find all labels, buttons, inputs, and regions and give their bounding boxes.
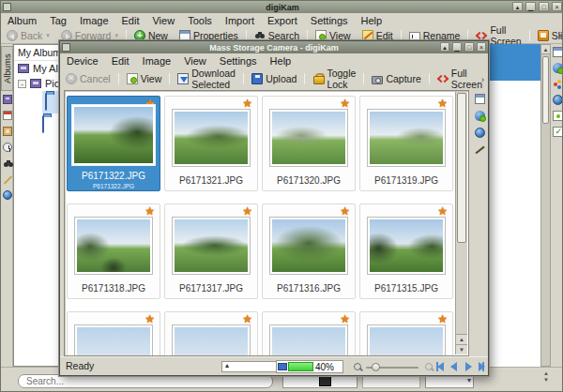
toolbar-button-full-screen[interactable]: Full Screen	[432, 70, 488, 87]
menu-item-album[interactable]: Album	[1, 13, 43, 28]
thumbnail-p6171319-jpg[interactable]: ★P6171319.JPG	[359, 96, 453, 191]
thumbnail-p6171317-jpg[interactable]: ★P6171317.JPG	[164, 204, 258, 299]
thumbnail-partial[interactable]: ★	[262, 311, 356, 356]
lighttable-icon[interactable]	[3, 174, 12, 184]
close-button[interactable]: ×	[477, 42, 486, 52]
toolbar-overflow-icon[interactable]: ›	[558, 31, 561, 40]
thumbnail-p6171318-jpg[interactable]: ★P6171318.JPG	[67, 204, 160, 299]
tree-expander-icon[interactable]: -	[18, 80, 26, 88]
thumbnail-filename: P6171318.JPG	[68, 283, 160, 294]
dialog-vertical-scrollbar[interactable]: ▲ ▼	[455, 92, 467, 354]
thumbnail-photo	[269, 324, 348, 356]
menu-item-settings[interactable]: Settings	[304, 13, 355, 28]
chevron-down-icon[interactable]: ▾	[114, 32, 118, 39]
menu-item-settings[interactable]: Settings	[213, 53, 264, 68]
brush-icon[interactable]	[475, 144, 485, 155]
slider-handle[interactable]	[319, 376, 331, 386]
properties-icon[interactable]	[475, 94, 485, 104]
menu-item-view[interactable]: View	[177, 53, 213, 68]
toolbar-button-cancel[interactable]: Cancel	[60, 70, 116, 87]
albums-icon[interactable]	[3, 95, 12, 104]
slider-handle[interactable]	[372, 363, 380, 371]
shade-button[interactable]: ▴	[440, 42, 449, 52]
zoom-out-icon[interactable]	[353, 362, 362, 371]
menu-item-device[interactable]: Device	[60, 53, 105, 68]
rating-star-icon: ★	[145, 204, 155, 218]
previous-item-button[interactable]	[449, 361, 459, 371]
landscape-photo	[272, 219, 345, 272]
toolbar-button-view[interactable]: View	[121, 70, 168, 87]
search-input[interactable]	[18, 374, 273, 388]
geolocation-icon[interactable]	[475, 128, 485, 138]
thumbnail-size-slider[interactable]	[282, 374, 358, 388]
metadata-icon[interactable]	[553, 63, 563, 73]
landscape-photo	[77, 219, 150, 272]
menu-item-export[interactable]: Export	[261, 13, 304, 28]
scroll-up-icon[interactable]: ▲	[456, 334, 467, 344]
zoom-in-icon[interactable]	[424, 362, 434, 371]
colors-icon[interactable]	[553, 79, 563, 89]
thumbnail-partial[interactable]: ★	[67, 311, 160, 356]
menu-item-view[interactable]: View	[145, 13, 181, 28]
toolbar-button-upload[interactable]: Upload	[246, 70, 302, 87]
captions-icon[interactable]	[553, 111, 563, 121]
properties-icon[interactable]	[553, 47, 563, 57]
menu-item-help[interactable]: Help	[355, 13, 389, 28]
minimize-button[interactable]: ▁	[452, 42, 462, 52]
menu-item-image[interactable]: Image	[136, 53, 178, 68]
toolbar-button-label: Slideshow	[552, 30, 563, 41]
menu-item-image[interactable]: Image	[73, 13, 115, 28]
dialog-toolbar-overflow-icon[interactable]: ›	[481, 75, 484, 84]
zoom-slider[interactable]	[366, 367, 418, 369]
zoom-combobox[interactable]	[425, 374, 474, 388]
timeline-icon[interactable]	[3, 143, 12, 152]
calendar-icon[interactable]	[3, 111, 12, 120]
menu-item-tools[interactable]: Tools	[181, 13, 219, 28]
main-vertical-scrollbar[interactable]: ▲	[540, 44, 551, 367]
thumbnail-p6171322-jpg[interactable]: ★P6171322.JPGP6171322.JPG	[67, 96, 160, 191]
thumbnail-p6171316-jpg[interactable]: ★P6171316.JPG	[262, 204, 356, 299]
menu-item-edit[interactable]: Edit	[115, 13, 146, 28]
close-button[interactable]: ×	[552, 2, 562, 11]
menu-item-edit[interactable]: Edit	[105, 53, 136, 68]
rename-icon	[409, 32, 420, 40]
thumbnail-partial[interactable]: ★	[164, 311, 258, 356]
thumbnail-p6171315-jpg[interactable]: ★P6171315.JPG	[359, 204, 453, 299]
scroll-down-icon[interactable]: ▼	[456, 344, 467, 354]
thumbnail-partial[interactable]: ★	[359, 311, 453, 356]
search-icon[interactable]	[3, 158, 12, 168]
scroll-up-icon[interactable]: ▲	[541, 45, 550, 54]
metadata-icon[interactable]	[475, 111, 485, 121]
tags-icon[interactable]	[3, 127, 12, 136]
camera-thumbnail-view[interactable]: ★P6171322.JPGP6171322.JPG★P6171321.JPG★P…	[64, 90, 469, 356]
landscape-photo	[370, 219, 443, 272]
toolbar-button-toggle-lock[interactable]: Toggle Lock	[307, 70, 361, 87]
toolbar-button-capture[interactable]: Capture	[366, 70, 426, 87]
sidebar-tab-albums[interactable]: Albums	[1, 46, 13, 91]
thumbnail-p6171321-jpg[interactable]: ★P6171321.JPG	[164, 96, 258, 191]
minimize-button[interactable]: ▁	[525, 2, 536, 11]
next-item-button[interactable]	[462, 361, 472, 371]
first-item-button[interactable]	[435, 361, 446, 371]
scrollbar-handle[interactable]	[542, 56, 549, 124]
thumbnail-photo	[269, 217, 348, 275]
spin-buttons[interactable]: ▲▼	[543, 370, 549, 384]
menu-item-help[interactable]: Help	[264, 53, 298, 68]
thumbnail-p6171320-jpg[interactable]: ★P6171320.JPG	[262, 96, 356, 191]
toolbar-button-download-selected[interactable]: Download Selected	[172, 70, 241, 87]
capture-icon	[372, 76, 383, 84]
shade-button[interactable]: ▴	[512, 2, 523, 11]
maximize-button[interactable]: □	[464, 42, 474, 52]
toolbar-button-back[interactable]: Back▾	[1, 29, 55, 43]
menu-item-import[interactable]: Import	[219, 13, 261, 28]
toolbar-separator	[243, 73, 244, 84]
filters-icon[interactable]	[553, 127, 563, 137]
scrollbar-handle[interactable]	[457, 93, 466, 243]
last-item-button[interactable]	[475, 361, 485, 371]
geolocation-icon[interactable]	[553, 95, 563, 105]
menu-item-tag[interactable]: Tag	[43, 13, 73, 28]
chevron-down-icon[interactable]: ▾	[46, 32, 50, 39]
map-icon[interactable]	[3, 190, 12, 200]
maximize-button[interactable]: □	[539, 2, 549, 11]
progress-fill	[288, 362, 313, 371]
